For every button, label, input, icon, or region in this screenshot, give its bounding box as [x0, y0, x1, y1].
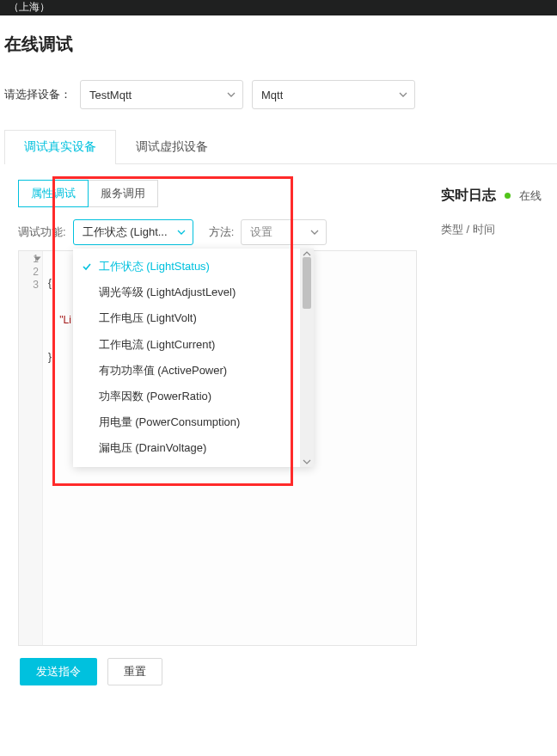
scroll-up-icon	[303, 251, 311, 256]
dropdown-option[interactable]: 漏电压 (DrainVoltage)	[73, 435, 300, 461]
option-label: 漏电压 (DrainVoltage)	[99, 441, 207, 454]
option-label: 工作电压 (LightVolt)	[99, 311, 197, 324]
scrollbar-track[interactable]	[301, 257, 313, 458]
log-title: 实时日志	[441, 187, 496, 205]
option-label: 工作电流 (LightCurrent)	[99, 338, 216, 351]
top-bar: （上海）	[0, 0, 557, 15]
dropdown-option[interactable]: 调光等级 (LightAdjustLevel)	[73, 280, 300, 305]
gutter-num: 2	[22, 266, 39, 279]
method-select-wrap: 设置	[241, 219, 327, 245]
gutter-num: 1	[22, 253, 39, 266]
option-label: 调光等级 (LightAdjustLevel)	[99, 286, 236, 298]
right-column: 实时日志 在线 类型 / 时间	[441, 180, 557, 685]
tab-real-label: 调试真实设备	[24, 139, 96, 153]
device-select-1-value: TestMqtt	[89, 89, 132, 101]
function-dropdown: 工作状态 (LightStatus) 调光等级 (LightAdjustLeve…	[73, 249, 314, 467]
function-select-wrap: 工作状态 (Light... 工作状	[73, 219, 193, 245]
log-header: 实时日志 在线	[441, 187, 557, 205]
tab-property-label: 属性调试	[31, 187, 76, 200]
line-gutter: 1 2 3	[19, 251, 43, 645]
function-select-value: 工作状态 (Light...	[83, 224, 168, 240]
option-label: 工作状态 (LightStatus)	[99, 260, 210, 273]
device-select-1[interactable]: TestMqtt	[80, 80, 243, 109]
method-select[interactable]: 设置	[241, 219, 327, 245]
scrollbar[interactable]	[300, 249, 314, 467]
method-label: 方法:	[209, 224, 235, 240]
function-select[interactable]: 工作状态 (Light...	[73, 219, 193, 245]
option-label: 有功功率值 (ActivePower)	[99, 364, 228, 377]
tab-service-label: 服务调用	[101, 187, 145, 200]
status-text: 在线	[519, 188, 542, 204]
dropdown-option[interactable]: 工作电压 (LightVolt)	[73, 305, 300, 331]
check-icon	[82, 261, 92, 271]
tab-virtual-label: 调试虚拟设备	[136, 139, 208, 153]
tabs-level-2: 属性调试 服务调用	[18, 180, 417, 207]
left-column: 属性调试 服务调用 调试功能: 工作状态 (Light...	[4, 180, 417, 685]
tab-real-device[interactable]: 调试真实设备	[4, 130, 116, 163]
tab-property-debug[interactable]: 属性调试	[18, 180, 89, 207]
func-label: 调试功能:	[18, 224, 66, 240]
scroll-down-icon	[303, 459, 311, 464]
fold-icon[interactable]	[34, 257, 41, 261]
dropdown-list: 工作状态 (LightStatus) 调光等级 (LightAdjustLeve…	[73, 249, 300, 467]
tab-virtual-device[interactable]: 调试虚拟设备	[116, 130, 228, 163]
dropdown-option[interactable]: 用电量 (PowerConsumption)	[73, 409, 300, 435]
button-row: 发送指令 重置	[18, 646, 417, 685]
main-panel: 属性调试 服务调用 调试功能: 工作状态 (Light...	[4, 164, 557, 701]
option-label: 用电量 (PowerConsumption)	[99, 415, 241, 428]
option-label: 功率因数 (PowerRatio)	[99, 390, 211, 403]
scrollbar-thumb[interactable]	[303, 257, 311, 309]
status-dot-icon	[505, 193, 511, 199]
method-select-value: 设置	[250, 224, 272, 240]
page-title: 在线调试	[4, 33, 557, 56]
chevron-down-icon	[227, 92, 236, 97]
reset-button[interactable]: 重置	[107, 658, 162, 685]
tabs-level-1: 调试真实设备 调试虚拟设备	[4, 130, 557, 164]
device-select-2[interactable]: Mqtt	[252, 80, 415, 109]
log-table-header: 类型 / 时间	[441, 222, 557, 237]
device-label: 请选择设备：	[4, 87, 71, 102]
send-command-button[interactable]: 发送指令	[20, 658, 97, 685]
device-selector-row: 请选择设备： TestMqtt Mqtt	[4, 80, 557, 109]
tab-service-call[interactable]: 服务调用	[89, 180, 158, 207]
dropdown-option[interactable]: 有功功率值 (ActivePower)	[73, 358, 300, 384]
dropdown-option[interactable]: 功率因数 (PowerRatio)	[73, 384, 300, 409]
gutter-num: 3	[22, 279, 39, 292]
dropdown-option[interactable]: 工作状态 (LightStatus)	[73, 254, 300, 280]
dropdown-option[interactable]: 工作电流 (LightCurrent)	[73, 332, 300, 358]
chevron-down-icon	[310, 230, 319, 235]
chevron-down-icon	[399, 92, 407, 97]
chevron-down-icon	[177, 230, 186, 235]
device-select-2-value: Mqtt	[261, 89, 283, 101]
topbar-text: （上海）	[9, 1, 50, 13]
control-row: 调试功能: 工作状态 (Light...	[18, 219, 417, 245]
